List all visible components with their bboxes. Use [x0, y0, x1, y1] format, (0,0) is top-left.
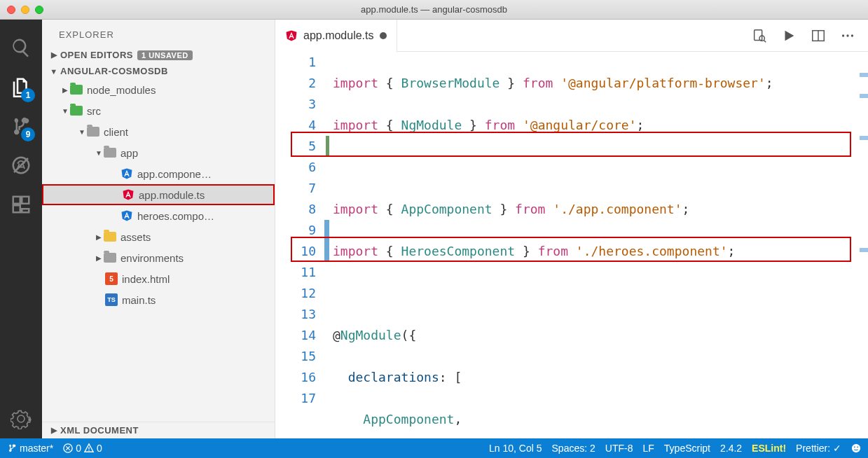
html-icon: 5	[105, 272, 118, 285]
svg-rect-2	[755, 29, 762, 40]
branch-indicator[interactable]: master*	[7, 443, 53, 454]
encoding-indicator[interactable]: UTF-8	[605, 443, 633, 454]
chevron-down-icon: ▼	[77, 128, 87, 136]
play-icon	[781, 28, 797, 43]
tree-app[interactable]: ▼ app	[42, 142, 275, 163]
problems-indicator[interactable]: 0 0	[63, 443, 102, 454]
chevron-right-icon: ▶	[94, 233, 104, 241]
scroll-overview[interactable]	[858, 52, 868, 438]
window-title: app.module.ts — angular-cosmosdb	[0, 4, 868, 15]
chevron-right-icon: ▶	[49, 426, 59, 435]
explorer-activity[interactable]: 1	[0, 67, 42, 106]
angular-icon	[120, 209, 133, 222]
reveal-button[interactable]	[752, 28, 767, 43]
tree-label: src	[87, 105, 101, 117]
extensions-activity[interactable]	[0, 185, 42, 224]
titlebar: app.module.ts — angular-cosmosdb	[0, 0, 868, 20]
eslint-indicator[interactable]: ESLint!	[752, 443, 786, 454]
tree-heroes-component[interactable]: heroes.compo…	[42, 205, 275, 226]
status-bar: master* 0 0 Ln 10, Col 5 Spaces: 2 UTF-8…	[0, 438, 868, 458]
split-button[interactable]	[811, 28, 826, 43]
line-gutter: 1234 5678 9101112 13141516 17	[275, 52, 324, 438]
tree-node-modules[interactable]: ▶ node_modules	[42, 79, 275, 100]
svg-point-7	[842, 34, 844, 36]
dirty-indicator-icon	[380, 32, 387, 39]
tree-src[interactable]: ▼ src	[42, 100, 275, 121]
indent-indicator[interactable]: Spaces: 2	[552, 443, 595, 454]
project-label: ANGULAR-COSMOSDB	[60, 66, 168, 76]
chevron-down-icon: ▼	[60, 107, 70, 115]
chevron-down-icon: ▼	[49, 67, 59, 76]
open-editors-section[interactable]: ▶ OPEN EDITORS 1 UNSAVED	[42, 47, 275, 63]
smile-icon	[851, 443, 861, 453]
tree-label: main.ts	[122, 294, 156, 306]
error-count: 0	[76, 443, 81, 454]
tree-label: environments	[120, 252, 184, 264]
folder-icon	[104, 148, 116, 158]
explorer-badge: 1	[21, 88, 35, 102]
svg-point-8	[846, 34, 848, 36]
svg-point-16	[854, 446, 855, 447]
chevron-right-icon: ▶	[94, 254, 104, 262]
xml-document-label: XML DOCUMENT	[60, 425, 139, 436]
tree-app-module[interactable]: app.module.ts	[42, 184, 275, 205]
project-section[interactable]: ▼ ANGULAR-COSMOSDB	[42, 63, 275, 79]
tab-app-module[interactable]: app.module.ts	[275, 20, 397, 52]
feedback-button[interactable]	[851, 443, 861, 453]
code-editor[interactable]: 1234 5678 9101112 13141516 17 import { B…	[275, 52, 868, 438]
angular-icon	[285, 29, 298, 42]
activity-bar: 1 9	[0, 20, 42, 438]
magnify-file-icon	[752, 28, 767, 43]
editor-area: app.module.ts 1234 5678 9101112 13141516…	[275, 20, 868, 438]
tree-main-ts[interactable]: TS main.ts	[42, 289, 275, 310]
more-icon	[840, 28, 855, 43]
tree-environments[interactable]: ▶ environments	[42, 247, 275, 268]
tree-label: index.html	[122, 273, 170, 285]
eol-indicator[interactable]: LF	[642, 443, 654, 454]
search-icon	[11, 37, 32, 58]
settings-activity[interactable]	[0, 399, 42, 438]
tree-assets[interactable]: ▶ assets	[42, 226, 275, 247]
tree-label: client	[104, 126, 128, 138]
tree-label: app.module.ts	[139, 189, 205, 201]
error-icon	[63, 443, 73, 453]
svg-line-4	[764, 40, 766, 42]
tree-index-html[interactable]: 5 index.html	[42, 268, 275, 289]
tree-client[interactable]: ▼ client	[42, 121, 275, 142]
folder-icon	[104, 232, 116, 242]
language-indicator[interactable]: TypeScript	[664, 443, 710, 454]
angular-icon	[122, 188, 135, 201]
tab-label: app.module.ts	[303, 29, 374, 42]
tree-app-component[interactable]: app.compone…	[42, 163, 275, 184]
sidebar-title: EXPLORER	[42, 20, 275, 47]
unsaved-badge: 1 UNSAVED	[137, 50, 193, 60]
tree-label: app.compone…	[137, 168, 212, 180]
bug-icon	[11, 155, 32, 176]
ts-version-indicator[interactable]: 2.4.2	[720, 443, 742, 454]
svg-point-17	[857, 446, 858, 447]
folder-icon	[70, 85, 83, 95]
chevron-right-icon: ▶	[49, 50, 59, 60]
search-activity[interactable]	[0, 28, 42, 67]
warning-icon	[84, 443, 94, 453]
run-button[interactable]	[781, 28, 797, 43]
chevron-right-icon: ▶	[60, 86, 70, 94]
svg-point-14	[88, 450, 89, 451]
editor-tabs: app.module.ts	[275, 20, 868, 52]
scm-badge: 9	[21, 127, 35, 141]
file-tree: ▶ node_modules ▼ src ▼ client ▼ app	[42, 79, 275, 310]
scm-activity[interactable]: 9	[0, 106, 42, 146]
folder-icon	[87, 127, 99, 137]
prettier-indicator[interactable]: Prettier: ✓	[796, 443, 841, 454]
tree-label: assets	[120, 231, 151, 243]
typescript-icon: TS	[105, 293, 118, 306]
split-icon	[811, 28, 826, 43]
branch-label: master*	[20, 443, 53, 454]
tree-label: node_modules	[87, 84, 156, 96]
tree-label: app	[120, 147, 138, 159]
code-content[interactable]: import { BrowserModule } from '@angular/…	[333, 52, 868, 438]
xml-document-section[interactable]: ▶ XML DOCUMENT	[42, 422, 275, 438]
cursor-position[interactable]: Ln 10, Col 5	[489, 443, 542, 454]
more-button[interactable]	[840, 28, 855, 43]
debug-activity[interactable]	[0, 146, 42, 185]
